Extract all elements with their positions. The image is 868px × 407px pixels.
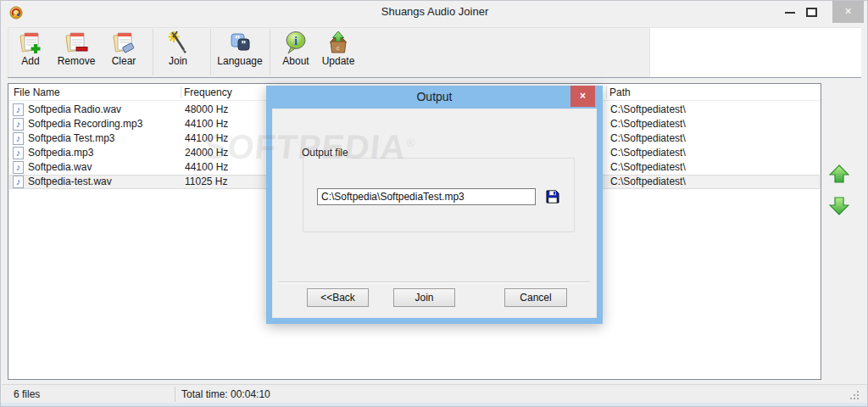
path-cell: C:\Softpediatest\	[610, 103, 686, 117]
output-file-label: Output file	[298, 147, 352, 159]
arrow-down-icon	[829, 197, 849, 215]
minimize-button[interactable]	[785, 12, 795, 14]
dialog-content: Output file <<Back Join Cancel	[272, 109, 597, 318]
audio-file-icon: ♪	[13, 118, 24, 131]
join-label: Join	[154, 55, 202, 67]
document-clear-icon	[112, 31, 136, 54]
toolbar-extension	[650, 27, 861, 77]
audio-file-icon: ♪	[13, 161, 24, 174]
file-count: 6 files	[14, 388, 40, 400]
column-divider[interactable]	[181, 86, 181, 98]
language-icon: " "	[228, 31, 252, 54]
window-bottom-edge	[1, 403, 868, 407]
path-cell: C:\Softpediatest\	[610, 175, 686, 189]
toolbar-separator	[153, 29, 153, 75]
toolbar-divider	[8, 77, 861, 78]
column-divider[interactable]	[606, 86, 607, 98]
frequency-cell: 24000 Hz	[185, 146, 228, 160]
file-name-cell: Softpedia-test.wav	[28, 175, 112, 189]
svg-text:c: c	[337, 45, 340, 51]
audio-file-icon: ♪	[13, 176, 24, 188]
file-name-cell: Softpedia Test.mp3	[28, 131, 115, 146]
file-name-cell: Softpedia.mp3	[28, 146, 93, 160]
path-cell: C:\Softpediatest\	[610, 131, 686, 146]
dialog-title: Output	[266, 86, 603, 109]
audio-file-icon: ♪	[13, 132, 24, 145]
about-button[interactable]: i About	[272, 31, 320, 75]
toolbar-separator	[270, 29, 270, 75]
language-button[interactable]: " " Language	[214, 31, 265, 75]
update-button[interactable]: c Update	[314, 31, 362, 75]
audio-file-icon: ♪	[13, 103, 24, 116]
cancel-button[interactable]: Cancel	[504, 288, 567, 307]
update-label: Update	[314, 55, 362, 67]
dialog-close-button[interactable]: ×	[570, 86, 595, 107]
language-label: Language	[214, 55, 265, 67]
audio-file-icon: ♪	[13, 147, 24, 159]
path-cell: C:\Softpediatest\	[610, 117, 686, 131]
maximize-button[interactable]	[806, 8, 817, 17]
status-divider	[175, 387, 175, 402]
window-title: Shuangs Audio Joiner	[1, 5, 868, 18]
svg-text:": "	[242, 39, 247, 51]
toolbar-separator	[210, 29, 211, 75]
path-cell: C:\Softpediatest\	[610, 160, 686, 175]
file-name-cell: Softpedia Radio.wav	[28, 103, 121, 117]
close-button[interactable]: ×	[832, 1, 864, 23]
frequency-cell: 44100 Hz	[185, 160, 228, 175]
resize-grip-icon[interactable]	[849, 389, 860, 401]
frequency-cell: 48000 Hz	[185, 103, 228, 117]
arrow-up-icon	[829, 164, 849, 183]
move-down-button[interactable]	[829, 197, 849, 215]
clear-label: Clear	[100, 55, 147, 67]
dialog-divider	[279, 282, 590, 283]
title-bar: Shuangs Audio Joiner ×	[1, 1, 868, 24]
clear-button[interactable]: Clear	[100, 31, 147, 75]
output-file-input[interactable]	[317, 188, 536, 205]
add-button[interactable]: Add	[7, 31, 54, 75]
frequency-cell: 44100 Hz	[185, 117, 228, 131]
total-time: Total time: 00:04:10	[181, 388, 270, 400]
remove-button[interactable]: Remove	[53, 31, 100, 75]
path-cell: C:\Softpediatest\	[610, 146, 686, 160]
remove-label: Remove	[53, 55, 100, 67]
frequency-cell: 44100 Hz	[185, 131, 228, 146]
add-label: Add	[7, 55, 54, 67]
column-file-name[interactable]: File Name	[14, 86, 60, 98]
save-icon[interactable]	[546, 190, 559, 204]
join-tool-icon	[166, 31, 190, 54]
document-add-icon	[19, 31, 42, 54]
status-bar: 6 files Total time: 00:04:10	[2, 384, 867, 403]
svg-text:i: i	[294, 35, 298, 47]
join-dialog-button[interactable]: Join	[393, 288, 455, 307]
about-balloon-icon: i	[284, 31, 308, 54]
file-name-cell: Softpedia.wav	[28, 160, 92, 175]
frequency-cell: 11025 Hz	[185, 175, 227, 189]
file-name-cell: Softpedia Recording.mp3	[28, 117, 142, 131]
column-path[interactable]: Path	[609, 86, 631, 98]
about-label: About	[272, 55, 320, 67]
back-button[interactable]: <<Back	[307, 288, 369, 307]
update-box-icon: c	[326, 31, 350, 54]
document-remove-icon	[64, 31, 88, 54]
column-frequency[interactable]: Frequency	[184, 86, 232, 98]
output-dialog: Output × Output file <<Back Join Cancel	[266, 86, 603, 324]
move-up-button[interactable]	[829, 164, 849, 183]
join-button[interactable]: Join	[154, 31, 202, 75]
